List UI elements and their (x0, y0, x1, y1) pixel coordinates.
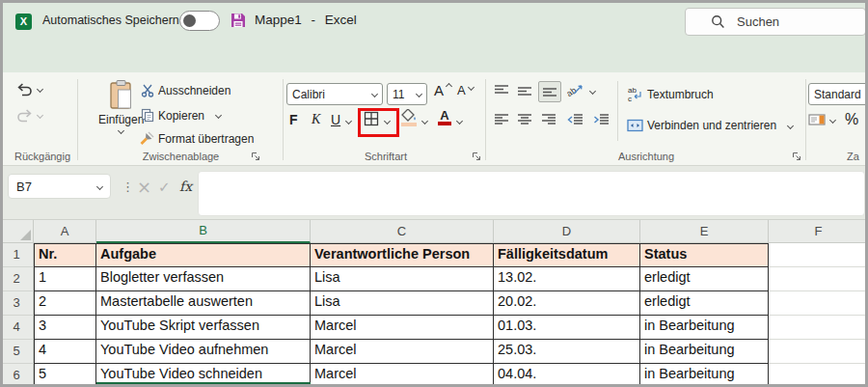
cell-f4[interactable] (769, 316, 868, 340)
cell-c2[interactable]: Lisa (311, 267, 494, 291)
align-top-button[interactable] (494, 84, 509, 97)
search-box[interactable]: Suchen (685, 8, 866, 36)
underline-button[interactable]: U (331, 112, 340, 127)
cell-e1[interactable]: Status (640, 243, 769, 267)
cell-d1[interactable]: Fälligkeitsdatum (494, 243, 640, 267)
cell-e3[interactable]: erledigt (640, 291, 769, 316)
cell-b5[interactable]: YouTube Video aufnehmen (96, 340, 311, 364)
cell-d5[interactable]: 25.03. (494, 340, 640, 364)
row-header-3[interactable]: 3 (0, 291, 34, 316)
borders-menu-chevron-icon[interactable] (384, 118, 391, 124)
cell-a1[interactable]: Nr. (34, 243, 96, 267)
alignment-dialog-launcher-icon[interactable] (792, 152, 801, 161)
format-painter-icon (139, 131, 154, 146)
cell-c5[interactable]: Marcel (311, 340, 494, 364)
orientation-button[interactable]: ab (567, 81, 584, 98)
number-format-combo[interactable]: Standard (808, 83, 868, 105)
cell-c1[interactable]: Verantwortliche Person (311, 243, 494, 267)
font-color-chevron-icon[interactable] (456, 118, 463, 124)
autosave-toggle[interactable] (179, 11, 220, 31)
cell-d2[interactable]: 13.02. (494, 267, 640, 291)
cell-b4[interactable]: YouTube Skript verfassen (96, 316, 311, 340)
increase-indent-button[interactable] (593, 113, 610, 126)
select-all-corner[interactable] (0, 220, 34, 243)
cell-c3[interactable]: Lisa (311, 291, 494, 316)
column-header-d[interactable]: D (494, 220, 640, 243)
borders-button[interactable] (364, 111, 379, 126)
bold-button[interactable]: F (289, 112, 298, 127)
column-header-c[interactable]: C (311, 220, 494, 243)
cell-b1[interactable]: Aufgabe (96, 243, 311, 267)
font-size-combo[interactable]: 11 (387, 83, 427, 105)
row-header-6[interactable]: 6 (0, 364, 34, 387)
column-header-f[interactable]: F (769, 220, 868, 243)
cut-button[interactable]: Ausschneiden (141, 84, 231, 97)
cell-c6[interactable]: Marcel (311, 364, 494, 387)
cell-a3[interactable]: 2 (34, 291, 96, 316)
cell-f1[interactable] (769, 243, 868, 267)
column-header-a[interactable]: A (34, 220, 96, 243)
cell-f2[interactable] (769, 267, 868, 291)
align-bottom-button-selected[interactable] (538, 81, 561, 102)
cancel-icon[interactable]: × (137, 177, 151, 197)
cell-a4[interactable]: 3 (34, 316, 96, 340)
cell-d4[interactable]: 01.03. (494, 316, 640, 340)
cell-f3[interactable] (769, 291, 868, 316)
merge-center-button[interactable]: Verbinden und zentrieren (627, 119, 793, 132)
name-box-chevron-icon[interactable] (96, 182, 103, 189)
italic-button[interactable]: K (312, 112, 320, 127)
font-color-button[interactable]: A (438, 109, 451, 125)
fill-color-chevron-icon[interactable] (421, 118, 428, 124)
cell-a2[interactable]: 1 (34, 267, 96, 291)
shrink-font-button[interactable]: A (457, 83, 474, 97)
cell-f6[interactable] (769, 364, 868, 387)
enter-icon[interactable]: ✓ (158, 179, 171, 196)
cell-d3[interactable]: 20.02. (494, 291, 640, 316)
cell-d6[interactable]: 04.04. (494, 364, 640, 387)
paste-button[interactable]: Einfügen (98, 79, 144, 133)
formula-input[interactable] (198, 171, 865, 216)
insert-function-fx[interactable]: fx (179, 179, 192, 194)
italic-label: K (312, 112, 320, 127)
cell-e6[interactable]: in Bearbeitung (640, 364, 769, 387)
wrap-text-button[interactable]: ab c Textumbruch (627, 86, 714, 102)
accounting-format-button[interactable] (808, 112, 835, 127)
formula-bar-more-icon[interactable]: ⋮ (122, 180, 134, 194)
undo-button[interactable] (15, 82, 42, 97)
orientation-chevron-icon[interactable] (589, 88, 596, 95)
column-header-e[interactable]: E (640, 220, 769, 243)
align-middle-button[interactable] (517, 84, 532, 97)
font-dialog-launcher-icon[interactable] (472, 152, 481, 161)
row-header-4[interactable]: 4 (0, 316, 34, 340)
column-header-b-selected[interactable]: B (96, 220, 311, 243)
percent-style-button[interactable]: % (845, 111, 858, 128)
copy-button[interactable]: Kopieren (141, 108, 221, 123)
cell-e4[interactable]: in Bearbeitung (640, 316, 769, 340)
cell-e2[interactable]: erledigt (640, 267, 769, 291)
grow-font-button[interactable]: A (434, 82, 451, 98)
row-header-2[interactable]: 2 (0, 267, 34, 291)
cell-b2[interactable]: Blogletter verfassen (96, 267, 311, 291)
align-left-button[interactable] (494, 113, 509, 126)
redo-button[interactable] (15, 108, 42, 123)
row-header-5[interactable]: 5 (0, 340, 34, 364)
format-painter-button[interactable]: Format übertragen (139, 131, 254, 146)
save-icon[interactable] (230, 12, 247, 29)
cell-a5[interactable]: 4 (34, 340, 96, 364)
excel-logo-icon[interactable]: X (15, 14, 32, 30)
cell-b3[interactable]: Mastertabelle auswerten (96, 291, 311, 316)
underline-menu-chevron-icon[interactable] (345, 118, 352, 124)
cut-label: Ausschneiden (158, 84, 231, 97)
cell-a6[interactable]: 5 (34, 364, 96, 387)
row-header-1[interactable]: 1 (0, 243, 34, 267)
font-name-combo[interactable]: Calibri (286, 83, 383, 105)
cell-e5[interactable]: in Bearbeitung (640, 340, 769, 364)
align-right-button[interactable] (541, 113, 556, 126)
cell-f5[interactable] (769, 340, 868, 364)
clipboard-dialog-launcher-icon[interactable] (251, 152, 260, 161)
cell-c4[interactable]: Marcel (311, 316, 494, 340)
name-box[interactable]: B7 (8, 174, 111, 199)
fill-color-button[interactable] (401, 109, 417, 126)
align-center-button[interactable] (517, 113, 532, 126)
decrease-indent-button[interactable] (567, 113, 583, 126)
